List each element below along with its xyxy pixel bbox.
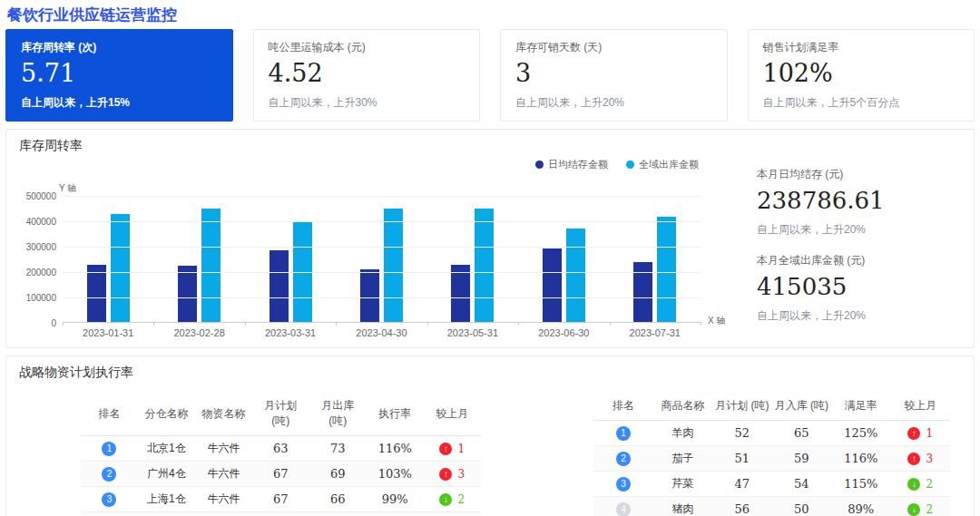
bar-series-0 (270, 250, 289, 322)
column-header: 物资名称 (195, 392, 252, 436)
table-row: 2广州4仓牛六件6769103%↑3 (81, 462, 481, 487)
cell-material: 牛六件 (195, 512, 252, 516)
cell-rank: 4 (593, 497, 652, 516)
arrow-up-icon: ↑ (439, 468, 452, 481)
cell-amount: 50 (772, 497, 831, 516)
cell-rate: 99% (367, 487, 424, 512)
bar-group (245, 196, 336, 322)
cell-plan: 51 (712, 446, 771, 472)
arrow-up-icon: ↑ (439, 443, 452, 455)
arrow-down-icon: ↓ (907, 503, 920, 516)
chart-legend: 日均结存金额全域出库金额 (535, 158, 699, 171)
cell-rank: 2 (81, 462, 138, 487)
legend-item[interactable]: 全域出库金额 (626, 158, 699, 171)
arrow-up-icon: ↑ (907, 453, 920, 465)
trend-indicator: ↑1 (907, 427, 933, 440)
column-header: 较上月 (424, 392, 481, 436)
bar-series-1 (566, 229, 585, 322)
cell-rank: 2 (593, 446, 652, 472)
stat-value: 238786.61 (757, 187, 961, 214)
kpi-card-transport-cost: 吨公里运输成本 (元) 4.52 自上周以来，上升30% (253, 29, 481, 122)
legend-item[interactable]: 日均结存金额 (535, 158, 608, 171)
bar-series-1 (384, 209, 403, 322)
x-tick-mark (427, 322, 428, 326)
column-header: 满足率 (831, 392, 890, 421)
table-row: 3上海1仓牛六件676699%↓2 (81, 487, 481, 512)
table-row: 4猪肉565089%↓2 (593, 497, 950, 516)
cell-trend: ↑3 (891, 446, 951, 472)
x-tick-mark (153, 322, 154, 326)
kpi-subtitle: 自上周以来，上升15% (21, 95, 218, 111)
gridline (63, 297, 701, 298)
cell-name: 猪肉 (653, 497, 712, 516)
trend-value: 3 (926, 453, 933, 465)
product-fulfillment-table: 排名商品名称月计划 (吨)月入库 (吨)满足率较上月1羊肉5265125%↑12… (593, 392, 950, 516)
trend-value: 1 (457, 443, 465, 455)
trend-value: 2 (926, 478, 933, 491)
column-header: 商品名称 (653, 392, 712, 421)
kpi-subtitle: 自上周以来，上升20% (515, 95, 712, 111)
cell-rate: 125% (831, 421, 890, 446)
cell-trend: ↓2 (891, 472, 951, 497)
bar-group (518, 196, 609, 322)
bar-group (610, 196, 701, 322)
column-header: 执行率 (367, 392, 424, 436)
bars-container (63, 196, 701, 322)
arrow-down-icon: ↓ (439, 493, 452, 506)
cell-plan: 52 (712, 421, 771, 446)
bar-series-0 (87, 265, 106, 322)
cell-rate: 116% (367, 436, 424, 462)
trend-indicator: ↑3 (907, 453, 933, 465)
cell-trend: ↑1 (891, 421, 951, 446)
rank-badge: 1 (616, 426, 631, 441)
trend-value: 3 (457, 468, 465, 481)
y-axis-label: 200000 (26, 268, 56, 277)
bar-series-0 (451, 265, 470, 322)
bar-series-1 (657, 217, 676, 322)
x-axis-labels: 2023-01-312023-02-282023-03-312023-04-30… (63, 327, 701, 338)
kpi-value: 102% (763, 59, 960, 87)
x-tick-mark (336, 322, 337, 326)
stat-subtitle: 自上周以来，上升20% (757, 308, 961, 324)
rank-badge: 3 (616, 477, 631, 492)
x-axis-label: 2023-07-31 (610, 327, 701, 338)
column-header: 月计划 (吨) (252, 392, 309, 436)
cell-trend: ↓2 (891, 497, 951, 516)
cell-rank: 3 (81, 487, 138, 512)
x-axis-label: 2023-01-31 (63, 327, 153, 338)
chart-side-stats: 本月日均结存 (元) 238786.61 自上周以来，上升20% 本月全域出库金… (757, 154, 961, 339)
cell-name: 北京1仓 (138, 436, 195, 462)
x-axis-label: 2023-04-30 (336, 327, 426, 338)
rank-badge: 2 (102, 467, 116, 482)
tables-row: 排名分仓名称物资名称月计划 (吨)月出库 (吨)执行率较上月1北京1仓牛六件63… (19, 381, 961, 516)
x-tick-mark (518, 322, 519, 326)
cell-material: 牛六件 (195, 487, 252, 512)
rank-badge: 1 (102, 442, 116, 456)
x-axis-label: 2023-05-31 (427, 327, 518, 338)
trend-indicator: ↑3 (439, 468, 465, 481)
cell-name: 芹菜 (653, 472, 712, 497)
column-header: 分仓名称 (138, 392, 195, 436)
bar-series-1 (475, 209, 494, 322)
gridline (63, 247, 701, 248)
cell-amount: 65 (772, 421, 831, 446)
gridline (63, 272, 701, 273)
trend-indicator: ↓2 (907, 503, 933, 516)
kpi-card-inventory-turnover: 库存周转率 (次) 5.71 自上周以来，上升15% (5, 29, 233, 122)
cell-name: 上海1仓 (138, 487, 195, 512)
gridline (63, 196, 701, 197)
stat-value: 415035 (757, 273, 961, 300)
cell-amount: 69 (309, 462, 367, 487)
kpi-subtitle: 自上周以来，上升30% (269, 95, 466, 111)
cell-plan: 47 (712, 472, 771, 497)
cell-plan: 67 (252, 487, 309, 512)
table-row: 2茄子5159116%↑3 (593, 446, 950, 472)
bar-series-0 (360, 269, 379, 322)
bar-series-0 (543, 248, 562, 322)
column-header: 月入库 (吨) (772, 392, 831, 421)
kpi-card-sellable-days: 库存可销天数 (天) 3 自上周以来，上升20% (500, 29, 728, 122)
chart-plot: Y 轴 X 轴 0100000200000300000400000500000 (63, 196, 701, 323)
kpi-card-sales-plan-fulfillment: 销售计划满足率 102% 自上周以来，上升5个百分点 (748, 29, 975, 122)
legend-dot-icon (535, 161, 544, 169)
cell-rate: 115% (831, 472, 890, 497)
